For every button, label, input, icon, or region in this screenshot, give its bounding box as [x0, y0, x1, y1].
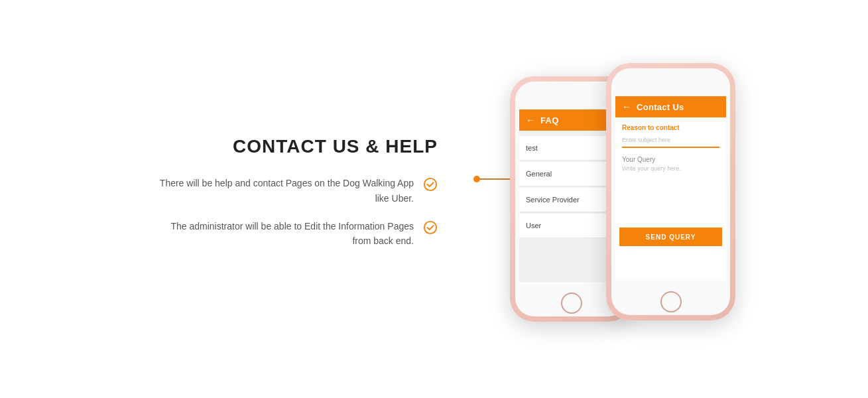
reason-placeholder: Enter subject here [622, 137, 670, 143]
phones-container: ← FAQ test General Service Provider User… [477, 0, 868, 398]
left-content: CONTACT US & HELP There will be help and… [0, 0, 477, 398]
check-icon-2 [423, 220, 438, 235]
contact-back-arrow: ← [622, 101, 631, 112]
faq-back-arrow: ← [526, 115, 535, 125]
check-icon-1 [423, 177, 438, 192]
svg-point-1 [424, 222, 436, 233]
svg-point-0 [424, 178, 436, 190]
query-label: Your Query [622, 156, 719, 163]
contact-body: Reason to contact Enter subject here You… [615, 117, 726, 281]
faq-header-title: FAQ [540, 115, 559, 125]
feature-item-1: There will be help and contact Pages on … [153, 176, 438, 206]
contact-screen-header: ← Contact Us [615, 96, 726, 117]
feature-text-1: There will be help and contact Pages on … [153, 176, 414, 206]
contact-header-title: Contact Us [637, 102, 684, 112]
phone-home-2 [660, 291, 682, 312]
phone-contact: ← Contact Us Reason to contact Enter sub… [606, 63, 735, 320]
connector-dot [473, 176, 480, 182]
feature-item-2: The administrator will be able to Edit t… [153, 219, 438, 249]
phone-home-1 [561, 293, 582, 314]
phone-inner-2: ← Contact Us Reason to contact Enter sub… [611, 68, 730, 315]
reason-label: Reason to contact [622, 124, 719, 131]
section-title: CONTACT US & HELP [233, 136, 438, 157]
contact-screen: ← Contact Us Reason to contact Enter sub… [615, 96, 726, 281]
send-query-button[interactable]: SEND QUERY [619, 228, 722, 246]
reason-input-line[interactable]: Enter subject here [622, 133, 719, 148]
query-placeholder: Write your query here. [622, 165, 719, 172]
feature-text-2: The administrator will be able to Edit t… [153, 219, 414, 249]
